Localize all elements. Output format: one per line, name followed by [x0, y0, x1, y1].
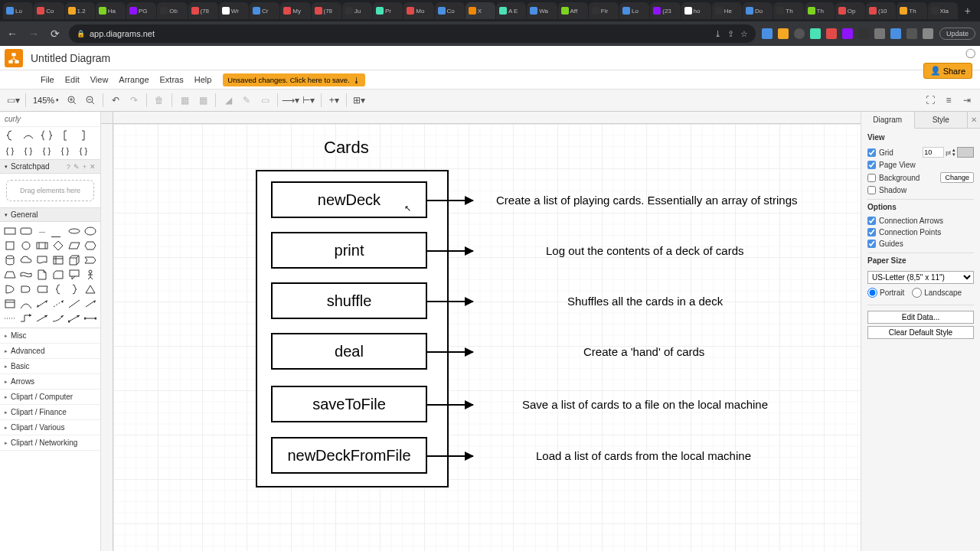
grid-down-icon[interactable]: ▾ — [952, 152, 956, 157]
extension-icon[interactable] — [890, 28, 901, 39]
forward-button[interactable]: → — [26, 28, 41, 40]
browser-tab[interactable]: Do — [743, 2, 773, 19]
zoom-out-button[interactable] — [82, 92, 99, 109]
ruler-horizontal[interactable] — [113, 112, 861, 124]
waypoints-button[interactable]: ⊢▾ — [300, 92, 317, 109]
browser-tab[interactable]: Lo — [619, 2, 649, 19]
url-bar[interactable]: 🔒 app.diagrams.net ⤓ ⇪ ☆ — [69, 24, 756, 43]
edit-data-button[interactable]: Edit Data... — [867, 311, 974, 324]
category-clipart-computer[interactable]: ▸Clipart / Computer — [0, 390, 100, 405]
extension-icon[interactable] — [794, 28, 805, 39]
extension-icon[interactable] — [906, 28, 917, 39]
method-savetofile[interactable]: saveToFile — [271, 386, 427, 422]
drawing-canvas[interactable]: Cards newDeck ↖ Create a list of playing… — [113, 124, 861, 551]
scratchpad-dropzone[interactable]: Drag elements here — [6, 180, 94, 201]
browser-tab[interactable]: Co — [34, 2, 64, 19]
table-button[interactable]: ⊞▾ — [351, 92, 368, 109]
pageview-checkbox[interactable] — [867, 161, 876, 169]
zoom-select[interactable]: 145%▾ — [30, 96, 62, 105]
desc-newdeckfromfile[interactable]: Load a list of cards from the local mach… — [536, 449, 751, 462]
shape-line-curved[interactable] — [19, 298, 33, 310]
grid-size-input[interactable] — [923, 147, 944, 158]
extension-icon[interactable] — [923, 28, 933, 39]
browser-tab[interactable]: (23 — [650, 2, 680, 19]
browser-tab[interactable]: Co — [435, 2, 465, 19]
update-button[interactable]: Update — [939, 28, 975, 40]
shape-ellipse[interactable] — [83, 225, 97, 237]
clear-default-style-button[interactable]: Clear Default Style — [867, 326, 974, 339]
insert-button[interactable]: +▾ — [325, 92, 342, 109]
shape-curly-right[interactable] — [67, 283, 81, 295]
shape-textbox[interactable] — [51, 225, 60, 237]
shape-brace-left[interactable] — [3, 130, 17, 141]
unsaved-changes-badge[interactable]: Unsaved changes. Click here to save. ⭳ — [223, 73, 364, 86]
desc-shuffle[interactable]: Shuffles all the cards in a deck — [567, 295, 723, 308]
method-deal[interactable]: deal — [271, 333, 427, 370]
shape-tape[interactable] — [19, 269, 33, 281]
browser-tab[interactable]: Ju — [342, 2, 372, 19]
landscape-radio[interactable] — [912, 288, 922, 298]
arrow-deal[interactable] — [427, 351, 473, 353]
collapse-button[interactable]: ⇥ — [959, 92, 975, 109]
shape-bracket-right[interactable] — [77, 130, 90, 141]
shape-brace-pair[interactable] — [40, 130, 54, 141]
extension-icon[interactable] — [826, 28, 837, 39]
undo-button[interactable]: ↶ — [107, 92, 124, 109]
arrow-newdeckfromfile[interactable] — [427, 455, 473, 457]
drawio-logo-icon[interactable] — [5, 49, 23, 67]
shape-step[interactable] — [83, 254, 97, 266]
menu-extras[interactable]: Extras — [155, 73, 189, 86]
delete-button[interactable]: 🗑 — [151, 92, 168, 109]
shape-rect[interactable] — [3, 225, 17, 237]
arrow-savetofile[interactable] — [427, 404, 473, 406]
desc-print[interactable]: Log out the contents of a deck of cards — [546, 244, 744, 257]
add-scratch-icon[interactable]: + — [83, 163, 87, 171]
account-icon[interactable]: ◯ — [965, 47, 975, 58]
extension-icon[interactable] — [874, 28, 885, 39]
extension-icon[interactable] — [810, 28, 821, 39]
desc-deal[interactable]: Create a 'hand' of cards — [583, 345, 704, 358]
fill-color-button[interactable]: ◢ — [220, 92, 237, 109]
shape-line[interactable] — [67, 298, 81, 310]
category-clipart-finance[interactable]: ▸Clipart / Finance — [0, 405, 100, 420]
shape-list[interactable] — [3, 298, 17, 310]
shape-brace-pair-3[interactable]: { } — [21, 145, 35, 156]
ruler-vertical[interactable] — [101, 124, 113, 551]
method-shuffle[interactable]: shuffle — [271, 282, 427, 319]
browser-tab-active[interactable]: X — [466, 2, 495, 19]
zoom-in-button[interactable] — [64, 92, 80, 109]
browser-tab[interactable]: Wr — [219, 2, 249, 19]
desc-newdeck[interactable]: Create a list of playing cards. Essentia… — [496, 194, 798, 207]
background-checkbox[interactable] — [867, 174, 876, 182]
back-button[interactable]: ← — [5, 28, 20, 40]
redo-button[interactable]: ↷ — [126, 92, 142, 109]
shape-hexagon[interactable] — [83, 240, 97, 252]
browser-tab[interactable]: Aff — [558, 2, 588, 19]
portrait-radio[interactable] — [867, 288, 877, 298]
browser-tab[interactable]: A E — [496, 2, 526, 19]
shape-card[interactable] — [51, 269, 65, 281]
shape-or[interactable] — [3, 283, 17, 295]
document-title[interactable]: Untitled Diagram — [31, 52, 110, 64]
category-clipart-networking[interactable]: ▸Clipart / Networking — [0, 435, 100, 451]
shape-callout[interactable] — [67, 269, 81, 281]
shape-circle[interactable] — [19, 240, 33, 252]
grid-color-swatch[interactable] — [957, 147, 974, 158]
shape-connector-3[interactable] — [51, 312, 65, 324]
grid-checkbox[interactable] — [867, 148, 876, 157]
extension-icon[interactable] — [858, 28, 869, 39]
browser-tab[interactable]: 1.2 — [65, 2, 95, 19]
arrow-shuffle[interactable] — [427, 301, 473, 302]
method-print[interactable]: print — [271, 232, 427, 269]
menu-help[interactable]: Help — [189, 73, 217, 86]
shape-cube[interactable] — [67, 254, 81, 266]
category-misc[interactable]: ▸Misc — [0, 328, 100, 344]
to-front-button[interactable]: ▦ — [176, 92, 193, 109]
shape-diamond[interactable] — [51, 240, 65, 252]
browser-tab[interactable]: (10 — [866, 2, 896, 19]
connection-button[interactable]: ⟶▾ — [282, 92, 299, 109]
shape-triangle[interactable] — [83, 283, 97, 295]
shape-text[interactable]: — — [35, 225, 49, 237]
shadow-checkbox[interactable] — [867, 186, 876, 194]
install-icon[interactable]: ⤓ — [714, 29, 721, 39]
